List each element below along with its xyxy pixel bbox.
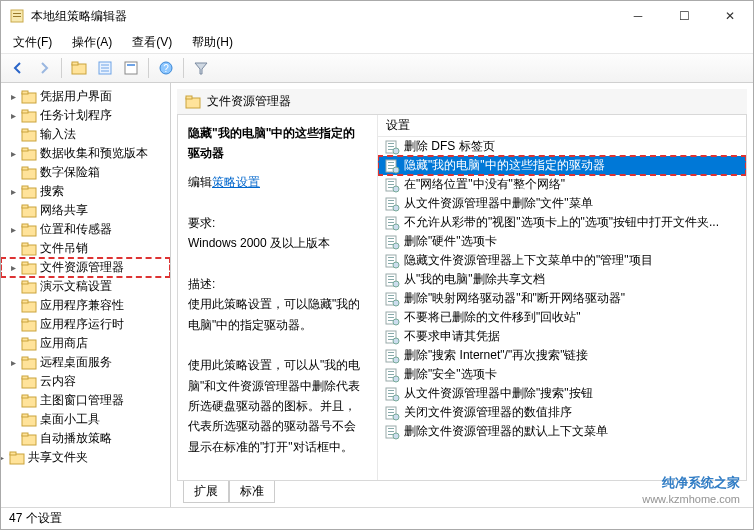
svg-point-64 [393, 167, 399, 173]
tree-item[interactable]: ▸任务计划程序 [1, 106, 170, 125]
svg-rect-48 [22, 414, 28, 417]
settings-list[interactable]: 删除 DFS 标签页隐藏"我的电脑"中的这些指定的驱动器在"网络位置"中没有"整… [378, 137, 746, 480]
svg-rect-122 [388, 393, 394, 394]
tree-item[interactable]: ▸位置和传感器 [1, 220, 170, 239]
setting-item[interactable]: 从"我的电脑"删除共享文档 [378, 270, 746, 289]
policy-icon [384, 367, 400, 383]
folder-icon [21, 128, 37, 142]
setting-item[interactable]: 不要将已删除的文件移到"回收站" [378, 308, 746, 327]
tree-item[interactable]: ▸搜索 [1, 182, 170, 201]
watermark: 纯净系统之家 www.kzmhome.com [642, 475, 740, 506]
svg-rect-107 [388, 336, 394, 337]
menu-action[interactable]: 操作(A) [66, 32, 118, 53]
tree-item[interactable]: ▸文件资源管理器 [1, 258, 170, 277]
setting-item[interactable]: 隐藏"我的电脑"中的这些指定的驱动器 [378, 156, 746, 175]
folder-icon [21, 394, 37, 408]
folder-icon[interactable] [68, 57, 90, 79]
policy-icon [384, 177, 400, 193]
tree-item[interactable]: 演示文稿设置 [1, 277, 170, 296]
tree-item[interactable]: 网络共享 [1, 201, 170, 220]
minimize-button[interactable]: ─ [615, 1, 661, 31]
svg-rect-86 [388, 257, 394, 258]
menu-file[interactable]: 文件(F) [7, 32, 58, 53]
tab-extended[interactable]: 扩展 [183, 481, 229, 503]
setting-item[interactable]: 删除"映射网络驱动器"和"断开网络驱动器" [378, 289, 746, 308]
edit-policy-link[interactable]: 策略设置 [212, 175, 260, 189]
nav-tree[interactable]: ▸凭据用户界面▸任务计划程序输入法▸数据收集和预览版本数字保险箱▸搜索网络共享▸… [1, 83, 171, 507]
svg-rect-30 [22, 243, 28, 246]
tree-item[interactable]: ▸远程桌面服务 [1, 353, 170, 372]
svg-rect-117 [388, 374, 394, 375]
settings-column-header[interactable]: 设置 [378, 115, 746, 137]
folder-icon [21, 166, 37, 180]
menu-view[interactable]: 查看(V) [126, 32, 178, 53]
setting-item[interactable]: 不允许从彩带的"视图"选项卡上的"选项"按钮中打开文件夹... [378, 213, 746, 232]
setting-item[interactable]: 隐藏文件资源管理器上下文菜单中的"管理"项目 [378, 251, 746, 270]
svg-rect-56 [388, 143, 394, 144]
svg-rect-44 [22, 376, 28, 379]
window-title: 本地组策略编辑器 [31, 8, 615, 25]
maximize-button[interactable]: ☐ [661, 1, 707, 31]
svg-rect-40 [22, 338, 28, 341]
svg-rect-102 [388, 317, 394, 318]
tab-standard[interactable]: 标准 [229, 481, 275, 503]
titlebar: 本地组策略编辑器 ─ ☐ ✕ [1, 1, 753, 31]
folder-icon [21, 223, 37, 237]
svg-rect-131 [388, 428, 394, 429]
filter-icon[interactable] [190, 57, 212, 79]
tree-item[interactable]: 自动播放策略 [1, 429, 170, 448]
tree-item[interactable]: ▸凭据用户界面 [1, 87, 170, 106]
svg-rect-121 [388, 390, 394, 391]
svg-rect-57 [388, 146, 394, 147]
tree-item[interactable]: 应用商店 [1, 334, 170, 353]
tree-item[interactable]: 桌面小工具 [1, 410, 170, 429]
list-icon[interactable] [94, 57, 116, 79]
setting-item[interactable]: 关闭文件资源管理器的数值排序 [378, 403, 746, 422]
description-pane: 隐藏"我的电脑"中的这些指定的驱动器 编辑策略设置 要求: Windows 20… [178, 115, 378, 480]
svg-point-89 [393, 262, 399, 268]
svg-rect-4 [72, 62, 78, 65]
back-button[interactable] [7, 57, 29, 79]
tree-item[interactable]: ▸共享文件夹 [1, 448, 170, 467]
svg-rect-14 [22, 91, 28, 94]
help-icon[interactable]: ? [155, 57, 177, 79]
folder-icon [21, 299, 37, 313]
svg-rect-52 [10, 452, 16, 455]
svg-point-124 [393, 395, 399, 401]
folder-icon [21, 204, 37, 218]
tree-item[interactable]: 应用程序运行时 [1, 315, 170, 334]
tree-item[interactable]: ▸数据收集和预览版本 [1, 144, 170, 163]
setting-item[interactable]: 从文件资源管理器中删除"文件"菜单 [378, 194, 746, 213]
svg-rect-2 [13, 16, 21, 17]
setting-item[interactable]: 删除文件资源管理器的默认上下文菜单 [378, 422, 746, 441]
toolbar: ? [1, 53, 753, 83]
setting-item[interactable]: 从文件资源管理器中删除"搜索"按钮 [378, 384, 746, 403]
setting-item[interactable]: 删除"硬件"选项卡 [378, 232, 746, 251]
menu-help[interactable]: 帮助(H) [186, 32, 239, 53]
tree-item[interactable]: 文件吊销 [1, 239, 170, 258]
setting-item[interactable]: 删除"搜索 Internet"/"再次搜索"链接 [378, 346, 746, 365]
close-button[interactable]: ✕ [707, 1, 753, 31]
svg-rect-71 [388, 200, 394, 201]
setting-item[interactable]: 删除"安全"选项卡 [378, 365, 746, 384]
tree-item[interactable]: 应用程序兼容性 [1, 296, 170, 315]
svg-rect-42 [22, 357, 28, 360]
svg-rect-112 [388, 355, 394, 356]
setting-item[interactable]: 在"网络位置"中没有"整个网络" [378, 175, 746, 194]
properties-icon[interactable] [120, 57, 142, 79]
forward-button[interactable] [33, 57, 55, 79]
tree-item[interactable]: 云内容 [1, 372, 170, 391]
tree-item[interactable]: 数字保险箱 [1, 163, 170, 182]
svg-text:?: ? [163, 63, 169, 74]
svg-point-134 [393, 433, 399, 439]
tree-item[interactable]: 主图窗口管理器 [1, 391, 170, 410]
folder-icon [21, 185, 37, 199]
tree-item[interactable]: 输入法 [1, 125, 170, 144]
setting-item[interactable]: 不要求申请其凭据 [378, 327, 746, 346]
statusbar: 47 个设置 [1, 507, 753, 529]
svg-rect-32 [22, 262, 28, 265]
svg-rect-28 [22, 224, 28, 227]
setting-item[interactable]: 删除 DFS 标签页 [378, 137, 746, 156]
svg-point-84 [393, 243, 399, 249]
menubar: 文件(F) 操作(A) 查看(V) 帮助(H) [1, 31, 753, 53]
